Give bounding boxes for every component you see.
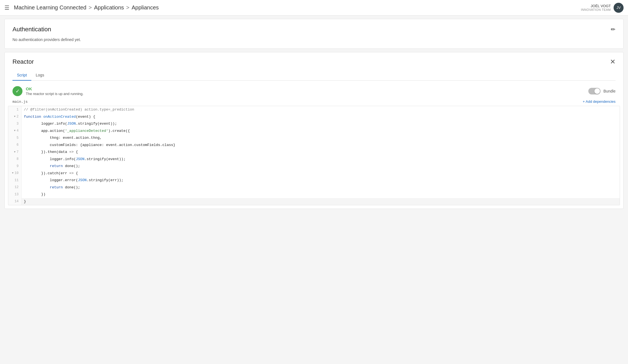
code-editor[interactable]: 1 // @filter(onActionCreated) action.typ…: [8, 106, 620, 205]
header: ☰ Machine Learning Connected > Applicati…: [0, 0, 628, 16]
code-content-2: function onActionCreated(event) {: [22, 113, 97, 121]
code-line-1: 1 // @filter(onActionCreated) action.typ…: [8, 106, 620, 113]
tab-logs[interactable]: Logs: [31, 70, 49, 81]
bundle-area: Bundle: [588, 88, 616, 94]
code-content-14: }: [22, 198, 28, 205]
bundle-label: Bundle: [603, 89, 616, 93]
add-dependencies-link[interactable]: + Add dependencies: [583, 99, 616, 104]
code-line-11: 11 logger.error(JSON.stringify(err));: [8, 177, 620, 184]
toggle-knob: [594, 88, 600, 94]
status-area: ✓ OK The reactor script is up and runnin…: [5, 81, 623, 98]
code-content-4: app.action('_applianceDetected').create(…: [22, 127, 132, 135]
code-line-7: ▼7 }).then(data => {: [8, 148, 620, 156]
line-num-1: 1: [8, 106, 22, 113]
code-content-5: thng: event.action.thng,: [22, 134, 104, 142]
code-content-1: // @filter(onActionCreated) action.type=…: [22, 106, 136, 113]
fold-arrow-7: ▼: [14, 151, 15, 153]
code-content-6: customFields: {appliance: event.action.c…: [22, 142, 178, 149]
bundle-toggle[interactable]: [588, 88, 601, 94]
code-line-4: ▼4 app.action('_applianceDetected').crea…: [8, 127, 620, 135]
line-num-11: 11: [8, 177, 22, 184]
code-line-14: 14 }: [8, 198, 620, 205]
menu-icon[interactable]: ☰: [4, 4, 9, 11]
fold-arrow-2: ▼: [14, 115, 15, 118]
code-line-6: 6 customFields: {appliance: event.action…: [8, 142, 620, 149]
line-num-12: 12: [8, 184, 22, 191]
code-content-8: logger.info(JSON.stringify(event));: [22, 156, 128, 163]
reactor-tabs: Script Logs: [12, 70, 616, 81]
main-content: Authentication ✏ No authentication provi…: [0, 16, 628, 212]
close-icon[interactable]: ✕: [610, 58, 616, 66]
breadcrumb-part2[interactable]: Applications: [94, 4, 124, 11]
authentication-card: Authentication ✏ No authentication provi…: [4, 19, 624, 49]
file-name: main.js: [12, 99, 28, 104]
code-content-11: logger.error(JSON.stringify(err));: [22, 177, 126, 184]
line-num-8: 8: [8, 156, 22, 163]
user-name: JOËL VOGT: [581, 4, 611, 8]
line-num-4: ▼4: [8, 127, 22, 135]
status-ok-label: OK: [26, 86, 83, 91]
status-ok-icon: ✓: [12, 86, 22, 96]
line-num-10: ▼10: [8, 170, 22, 177]
user-info: JOËL VOGT INNOVATION TEAM: [581, 4, 611, 11]
line-num-13: 13: [8, 191, 22, 198]
avatar[interactable]: JV: [614, 3, 624, 13]
status-text-block: OK The reactor script is up and running.: [26, 86, 83, 96]
status-description: The reactor script is up and running.: [26, 92, 83, 96]
code-line-13: 13 }): [8, 191, 620, 198]
code-line-5: 5 thng: event.action.thng,: [8, 134, 620, 142]
breadcrumb-sep2: >: [126, 4, 130, 11]
code-content-9: return done();: [22, 163, 82, 170]
code-content-12: return done();: [22, 184, 82, 191]
reactor-card: Reactor ✕ Script Logs ✓ OK The reactor s…: [4, 52, 624, 209]
fold-arrow-10: ▼: [12, 172, 13, 175]
status-left: ✓ OK The reactor script is up and runnin…: [12, 86, 83, 96]
code-line-8: 8 logger.info(JSON.stringify(event));: [8, 156, 620, 163]
code-content-7: }).then(data => {: [22, 148, 80, 156]
breadcrumb-part1[interactable]: Machine Learning Connected: [14, 4, 86, 11]
auth-title-row: Authentication ✏: [12, 26, 616, 33]
user-area: JOËL VOGT INNOVATION TEAM JV: [581, 3, 624, 13]
code-line-10: ▼10 }).catch(err => {: [8, 170, 620, 177]
breadcrumb-sep1: >: [88, 4, 92, 11]
tab-script[interactable]: Script: [12, 70, 31, 81]
code-content-10: }).catch(err => {: [22, 170, 80, 177]
user-team: INNOVATION TEAM: [581, 8, 611, 11]
code-line-9: 9 return done();: [8, 163, 620, 170]
line-num-6: 6: [8, 142, 22, 149]
edit-icon[interactable]: ✏: [611, 26, 616, 33]
code-content-13: }): [22, 191, 48, 198]
line-num-3: 3: [8, 120, 22, 127]
line-num-14: 14: [8, 198, 22, 205]
auth-title-text: Authentication: [12, 26, 51, 33]
code-content-3: logger.info(JSON.stringify(event));: [22, 120, 119, 127]
breadcrumb-part3[interactable]: Appliances: [132, 4, 159, 11]
line-num-7: ▼7: [8, 148, 22, 156]
fold-arrow-4: ▼: [14, 129, 15, 132]
file-header: main.js + Add dependencies: [5, 98, 623, 106]
line-num-5: 5: [8, 134, 22, 142]
code-line-12: 12 return done();: [8, 184, 620, 191]
code-line-3: 3 logger.info(JSON.stringify(event));: [8, 120, 620, 127]
line-num-2: ▼2: [8, 113, 22, 121]
breadcrumb: Machine Learning Connected > Application…: [14, 4, 581, 11]
code-line-2: ▼2 function onActionCreated(event) {: [8, 113, 620, 121]
line-num-9: 9: [8, 163, 22, 170]
auth-description: No authentication providers defined yet.: [12, 37, 616, 42]
reactor-header: Reactor ✕: [5, 52, 623, 66]
reactor-title: Reactor: [12, 58, 34, 65]
